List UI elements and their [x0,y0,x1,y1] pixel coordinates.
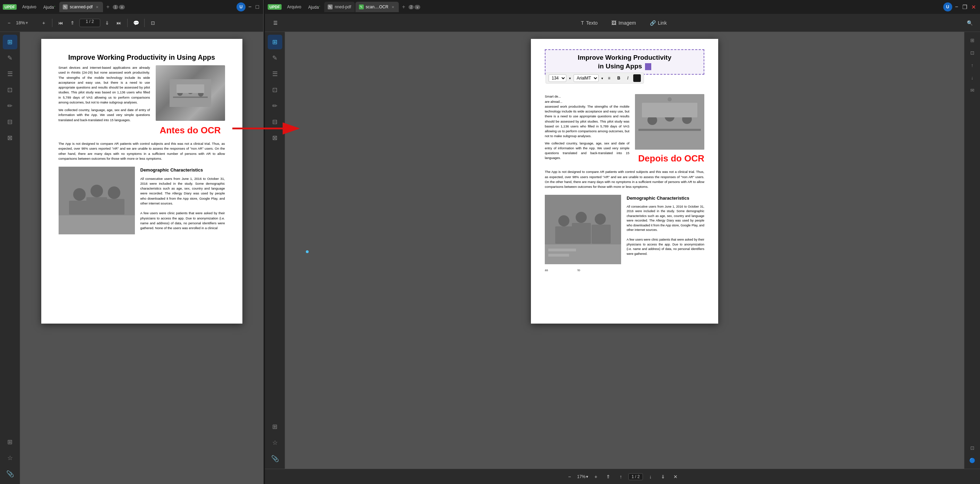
win-close-right[interactable]: ✕ [970,3,977,11]
search-btn-right[interactable]: 🔍 [965,18,974,28]
nav-next-left[interactable]: ⇓ [102,18,112,28]
close-bottom[interactable]: ✕ [671,472,680,482]
zoom-arrow-left[interactable]: ▾ [25,20,28,26]
svg-rect-17 [638,129,701,131]
tab-add-right[interactable]: + [399,3,408,11]
sidebar-btn-bookmark[interactable]: ☆ [3,450,18,465]
right-sidebar-btn-4[interactable]: ↓ [967,72,978,83]
menu-ajuda-left[interactable]: Ajuda [41,3,58,11]
win-maximize-left[interactable]: □ [254,3,261,11]
students-image-right-svg [545,195,621,264]
tab-counter-right-v: ∨ [414,5,420,10]
pdf-title-left: Improve Working Productivity in Using Ap… [59,53,225,62]
zoom-out-bottom[interactable]: − [565,472,574,482]
menu-arquivo-right[interactable]: Arquivo [284,3,304,11]
right-sidebar-btn-1[interactable]: ⊞ [967,35,978,46]
link-btn[interactable]: 🔗 Link [644,18,672,28]
tab-close-left[interactable]: ✕ [95,5,100,10]
zoom-out-btn-left[interactable]: − [4,18,14,28]
panel-dot [306,250,309,253]
bold-btn[interactable]: B [615,75,622,81]
win-restore-right[interactable]: ❐ [961,3,969,11]
pdf-viewer-right[interactable]: Improve Working Productivityin Using App… [285,32,964,469]
sidebar-btn-protect-r[interactable]: ⊠ [268,131,282,145]
pdf-full-text-right: The App is not designed to compare AR pa… [545,169,704,189]
italic-btn[interactable]: I [625,75,630,81]
win-minimize-left[interactable]: − [247,3,253,11]
comment-btn[interactable]: 💬 [131,18,141,28]
link-icon: 🔗 [650,20,656,26]
sidebar-btn-draw-r[interactable]: ✏ [268,99,282,113]
sidebar-btn-pages-r[interactable]: ☰ [268,67,282,81]
toolbar-left: − 18% ▾ + ⏮ ⇑ 1 / 2 ⇓ ⏭ 💬 ⊡ [0,14,263,32]
nav-next-bottom[interactable]: ↓ [646,472,655,482]
tab-scanned-pdf[interactable]: ✎ scanned-pdf ✕ [59,2,103,12]
nav-last-left[interactable]: ⏭ [114,18,124,28]
sidebar-btn-attach[interactable]: 📎 [3,466,18,481]
nav-prev-left[interactable]: ⇑ [68,18,77,28]
pdf-viewer-left[interactable]: Improve Working Productivity in Using Ap… [20,32,263,484]
tab-scan-ocr[interactable]: ✎ scan....OCR ✕ [355,2,399,12]
sidebar-btn-edit-r[interactable]: ✎ [268,51,282,65]
pdf-section-text-right: Demographic Characteristics All consecut… [627,195,704,264]
user-avatar-right[interactable]: U [943,2,952,11]
sidebar-btn-protect[interactable]: ⊠ [3,131,18,145]
sidebar-btn-edit[interactable]: ✎ [3,51,18,65]
footer-as: as [545,268,548,272]
right-sidebar-btn-3[interactable]: ↑ [967,60,978,71]
right-sidebar-btn-6[interactable]: ⊡ [967,442,978,454]
pdf-body-text-right[interactable]: Smart de...are alread...assessed work pr… [545,94,629,164]
layout-btn[interactable]: ⊡ [148,18,158,28]
sep1 [52,19,52,27]
tab-close-right[interactable]: ✕ [390,5,395,10]
tab-label-left: scanned-pdf [70,5,92,10]
sidebar-btn-layers-r[interactable]: ⊞ [268,419,282,434]
page-input-left[interactable]: 1 / 2 [80,19,100,27]
sidebar-btn-pages[interactable]: ☰ [3,67,18,81]
font-size-arrow[interactable]: ▾ [569,77,571,80]
right-sidebar-btn-2[interactable]: ⊡ [967,47,978,58]
imagem-icon: 🖼 [611,20,616,26]
sidebar-btn-comments[interactable]: ⊡ [3,83,18,97]
nav-first-bottom[interactable]: ⇑ [603,472,613,482]
sidebar-btn-draw[interactable]: ✏ [3,99,18,113]
sidebar-right-left: ⊞ ✎ ☰ ⊡ ✏ ⊟ ⊠ ⊞ ☆ 📎 [265,32,285,469]
sidebar-btn-forms-r[interactable]: ⊟ [268,115,282,129]
nav-prev-bottom[interactable]: ↑ [616,472,625,482]
right-sidebar-btn-5[interactable]: ✉ [967,85,978,96]
sidebar-btn-reader-r[interactable]: ⊞ [268,35,282,49]
page-display-bottom: 1 / 2 [628,473,643,480]
sidebar-btn-forms[interactable]: ⊟ [3,115,18,129]
imagem-btn[interactable]: 🖼 Imagem [606,18,641,28]
user-avatar-left[interactable]: U [237,2,245,11]
tab-nned-pdf[interactable]: ✎ nned-pdf [324,2,355,12]
tab-icon-right2: ✎ [359,5,364,10]
sidebar-btn-comments-r[interactable]: ⊡ [268,83,282,97]
right-sidebar-btn-7[interactable]: 🔵 [967,455,978,466]
ocr-title-box[interactable]: Improve Working Productivityin Using App… [545,49,704,75]
nav-last-bottom[interactable]: ⇓ [658,472,668,482]
svg-rect-21 [642,103,697,117]
zoom-arrow-bottom[interactable]: ▾ [586,474,588,479]
edit-toolbar-right: ☰ T Texto 🖼 Imagem 🔗 Link 🔍 [265,14,980,32]
tab-label-right2: scan....OCR [366,5,388,10]
font-name-arrow[interactable]: ▾ [601,77,603,80]
menu-ajuda-right[interactable]: Ajuda [305,3,323,11]
color-picker-btn[interactable] [633,74,641,82]
zoom-in-bottom[interactable]: + [591,472,601,482]
sidebar-toggle-right[interactable]: ☰ [270,18,280,28]
font-name-select[interactable]: ArialMT [574,74,598,82]
tab-add-left[interactable]: + [104,3,112,11]
menu-arquivo-left[interactable]: Arquivo [19,3,39,11]
texto-btn[interactable]: T Texto [575,18,603,28]
title-bar-right: UPDF Arquivo Ajuda ✎ nned-pdf ✎ scan....… [265,0,980,14]
win-minimize-right[interactable]: − [954,3,959,11]
zoom-in-btn-left[interactable]: + [39,18,49,28]
nav-first-left[interactable]: ⏮ [56,18,65,28]
sidebar-btn-reader[interactable]: ⊞ [3,35,18,49]
sidebar-btn-layers[interactable]: ⊞ [3,435,18,449]
sidebar-btn-attach-r[interactable]: 📎 [268,451,282,466]
align-btn[interactable]: ≡ [606,75,612,81]
font-size-select[interactable]: 134 [549,74,566,82]
sidebar-btn-bookmark-r[interactable]: ☆ [268,435,282,450]
